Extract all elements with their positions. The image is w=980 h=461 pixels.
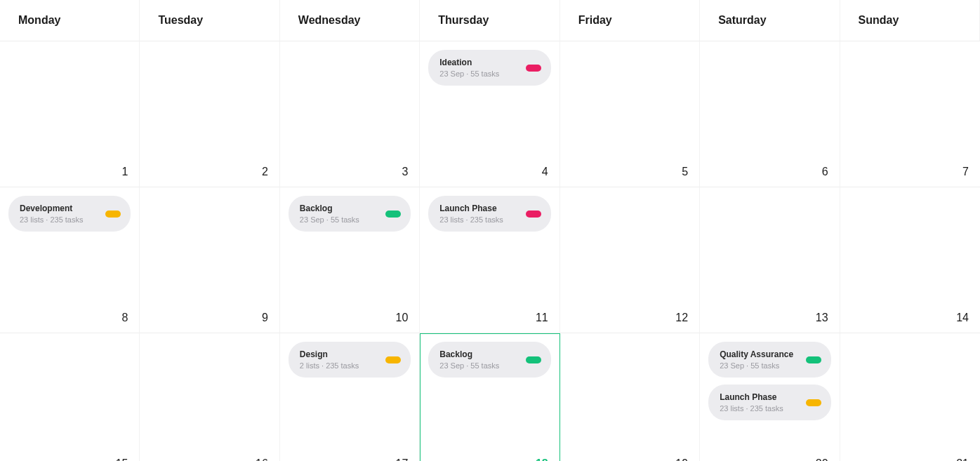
event-meta: 23 Sep · 55 tasks [439, 69, 499, 78]
date-number: 18 [536, 457, 548, 461]
date-number: 12 [675, 312, 688, 324]
calendar-cell[interactable]: 16 [140, 333, 279, 461]
event-title: Development [20, 203, 84, 213]
calendar-cell[interactable]: 6 [700, 41, 840, 187]
date-number: 5 [682, 166, 688, 178]
date-number: 6 [822, 166, 828, 178]
event-text: Launch Phase23 lists · 235 tasks [439, 203, 503, 224]
status-badge [385, 356, 401, 363]
event-meta: 2 lists · 235 tasks [300, 361, 359, 370]
day-header-monday: Monday [0, 0, 140, 41]
event-meta: 23 Sep · 55 tasks [300, 215, 359, 224]
date-number: 3 [402, 166, 408, 178]
event-text: Ideation23 Sep · 55 tasks [439, 58, 499, 78]
event-card[interactable]: Backlog23 Sep · 55 tasks [289, 196, 411, 232]
date-number: 16 [256, 457, 268, 461]
day-header-friday: Friday [560, 0, 700, 41]
calendar-cell[interactable]: 14 [840, 187, 980, 333]
event-card[interactable]: Quality Assurance23 Sep · 55 tasks [708, 342, 830, 378]
calendar-cell[interactable]: 19 [560, 333, 700, 461]
date-number: 1 [122, 166, 128, 178]
day-header-wednesday: Wednesday [280, 0, 420, 41]
event-text: Backlog23 Sep · 55 tasks [439, 349, 499, 370]
status-badge [806, 399, 821, 406]
calendar-cell[interactable]: Design2 lists · 235 tasks17 [280, 333, 420, 461]
status-badge [526, 356, 541, 363]
event-title: Backlog [439, 349, 499, 359]
calendar-cell[interactable]: 15 [0, 333, 140, 461]
event-text: Design2 lists · 235 tasks [300, 349, 359, 370]
status-badge [806, 356, 821, 363]
day-header-sunday: Sunday [840, 0, 980, 41]
calendar-cell[interactable]: 5 [560, 41, 700, 187]
event-meta: 23 lists · 235 tasks [720, 404, 783, 413]
status-badge [385, 211, 401, 218]
event-meta: 23 Sep · 55 tasks [720, 361, 793, 370]
date-number: 10 [395, 312, 408, 324]
status-badge [526, 65, 541, 72]
day-header-saturday: Saturday [700, 0, 840, 41]
date-number: 8 [122, 312, 128, 324]
event-meta: 23 Sep · 55 tasks [439, 361, 499, 370]
date-number: 7 [962, 166, 969, 178]
date-number: 19 [675, 457, 688, 461]
day-header-thursday: Thursday [420, 0, 559, 41]
date-number: 4 [542, 166, 548, 178]
calendar-cell[interactable]: 2 [140, 41, 279, 187]
event-title: Launch Phase [720, 392, 783, 402]
event-meta: 23 lists · 235 tasks [20, 215, 84, 224]
calendar-cell[interactable]: Quality Assurance23 Sep · 55 tasksLaunch… [700, 333, 840, 461]
event-text: Launch Phase23 lists · 235 tasks [720, 392, 783, 413]
date-number: 15 [116, 457, 128, 461]
calendar-cell[interactable]: 3 [280, 41, 420, 187]
event-card[interactable]: Launch Phase23 lists · 235 tasks [708, 385, 830, 420]
event-card[interactable]: Ideation23 Sep · 55 tasks [428, 50, 550, 86]
date-number: 2 [262, 166, 268, 178]
calendar-cell[interactable]: Ideation23 Sep · 55 tasks4 [420, 41, 559, 187]
event-title: Launch Phase [439, 203, 503, 213]
event-title: Design [300, 349, 359, 359]
day-header-tuesday: Tuesday [140, 0, 279, 41]
date-number: 11 [536, 312, 548, 324]
date-number: 13 [816, 312, 828, 324]
event-card[interactable]: Launch Phase23 lists · 235 tasks [428, 196, 550, 232]
date-number: 14 [956, 312, 969, 324]
calendar-cell[interactable]: Launch Phase23 lists · 235 tasks11 [420, 187, 559, 333]
calendar-cell[interactable]: Backlog23 Sep · 55 tasks10 [280, 187, 420, 333]
event-card[interactable]: Backlog23 Sep · 55 tasks [428, 342, 550, 378]
event-card[interactable]: Development23 lists · 235 tasks [8, 196, 131, 232]
event-text: Backlog23 Sep · 55 tasks [300, 203, 359, 224]
event-title: Quality Assurance [720, 349, 793, 359]
calendar-cell[interactable]: 13 [700, 187, 840, 333]
event-text: Development23 lists · 235 tasks [20, 203, 84, 224]
date-number: 20 [816, 457, 828, 461]
event-title: Ideation [439, 58, 499, 67]
event-card[interactable]: Design2 lists · 235 tasks [289, 342, 411, 378]
date-number: 21 [956, 457, 969, 461]
calendar-cell[interactable]: 21 [840, 333, 980, 461]
calendar-cell[interactable]: Backlog23 Sep · 55 tasks18 [420, 333, 559, 461]
calendar-cell[interactable]: 7 [840, 41, 980, 187]
calendar-cell[interactable]: 1 [0, 41, 140, 187]
calendar-cell[interactable]: Development23 lists · 235 tasks8 [0, 187, 140, 333]
date-number: 9 [262, 312, 268, 324]
date-number: 17 [395, 457, 408, 461]
calendar-cell[interactable]: 12 [560, 187, 700, 333]
status-badge [105, 211, 121, 218]
event-text: Quality Assurance23 Sep · 55 tasks [720, 349, 793, 370]
calendar-cell[interactable]: 9 [140, 187, 279, 333]
status-badge [526, 211, 541, 218]
event-title: Backlog [300, 203, 359, 213]
event-meta: 23 lists · 235 tasks [439, 215, 503, 224]
